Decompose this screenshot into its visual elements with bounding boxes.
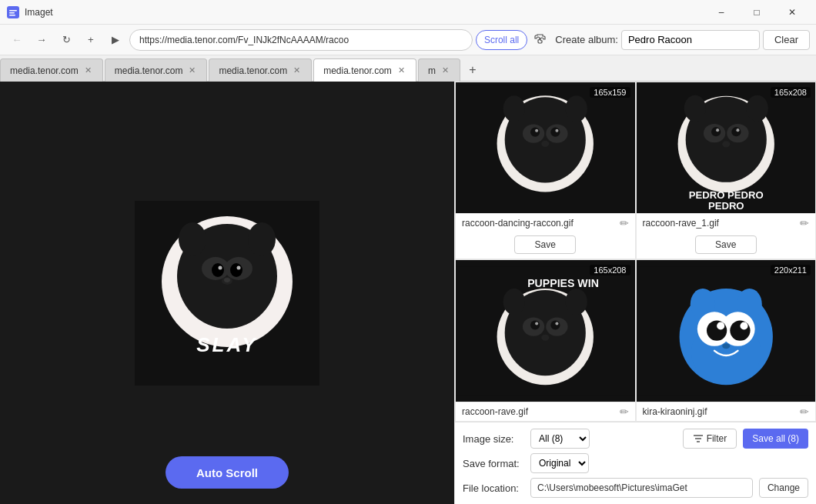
image-name-2: raccoon-rave.gif <box>462 406 617 417</box>
svg-point-50 <box>550 320 560 329</box>
tab-1[interactable]: media.tenor.com ✕ <box>105 58 208 82</box>
svg-point-26 <box>555 129 558 132</box>
album-input[interactable] <box>621 30 760 50</box>
save-all-button[interactable]: Save all (8) <box>743 429 808 449</box>
svg-text:PUPPIES WIN: PUPPIES WIN <box>527 277 599 289</box>
svg-point-64 <box>706 320 726 340</box>
new-tab-button[interactable]: + <box>80 29 102 51</box>
edit-icon-2[interactable]: ✏ <box>620 406 629 418</box>
image-dimensions-3: 220x211 <box>771 265 811 275</box>
svg-point-28 <box>503 95 525 122</box>
tab-close-1[interactable]: ✕ <box>187 65 197 75</box>
change-button[interactable]: Change <box>759 478 808 498</box>
minimize-button[interactable]: – <box>704 0 739 25</box>
save-row-1: Save <box>637 232 816 259</box>
main-area: SLAY Auto Scroll 165x159 <box>0 82 816 504</box>
add-tab-button[interactable]: + <box>462 59 483 81</box>
image-size-row: Image size: All (8)SmallMediumLarge Filt… <box>463 429 808 449</box>
save-format-label: Save format: <box>463 458 524 469</box>
address-bar[interactable] <box>129 29 473 51</box>
svg-point-68 <box>722 343 730 349</box>
edit-icon-3[interactable]: ✏ <box>800 406 809 418</box>
svg-text:PEDRO: PEDRO <box>707 200 744 212</box>
svg-point-35 <box>711 127 721 136</box>
image-preview-1: 165x208 PEDRO PEDRO <box>637 82 816 213</box>
image-info-3: kira-kiraoninj.gif ✏ <box>637 402 816 421</box>
clear-button[interactable]: Clear <box>763 30 810 50</box>
save-format-row: Save format: OriginalGIFMP4WebP <box>463 453 808 473</box>
app-title: Imaget <box>25 7 704 18</box>
file-location-input[interactable] <box>530 478 753 498</box>
images-grid: 165x159 <box>455 82 816 422</box>
auto-scroll-button[interactable]: Auto Scroll <box>166 456 289 489</box>
image-info-1: raccoon-rave_1.gif ✏ <box>637 213 816 232</box>
svg-point-29 <box>566 95 587 122</box>
close-button[interactable]: ✕ <box>774 0 810 25</box>
save-button-0[interactable]: Save <box>514 235 576 254</box>
svg-text:SLAY: SLAY <box>196 333 257 356</box>
image-cell-0: 165x159 <box>455 82 636 259</box>
tab-close-2[interactable]: ✕ <box>292 65 302 75</box>
app-icon <box>6 5 20 19</box>
svg-point-15 <box>179 222 206 256</box>
address-toggle[interactable]: ▶ <box>105 29 126 51</box>
tab-0[interactable]: media.tenor.com ✕ <box>0 58 103 82</box>
image-dimensions-0: 165x159 <box>590 87 630 98</box>
svg-rect-3 <box>9 15 15 16</box>
svg-point-36 <box>731 127 741 136</box>
image-size-select[interactable]: All (8)SmallMediumLarge <box>530 429 590 449</box>
image-cell-3: 220x211 <box>636 259 817 422</box>
image-cell-1: 165x208 PEDRO PEDRO <box>636 82 817 259</box>
image-info-0: raccoon-dancing-raccon.gif ✏ <box>456 213 635 232</box>
image-cell-2: 165x208 PUPPIES WIN <box>455 259 636 422</box>
svg-point-12 <box>237 265 241 269</box>
scroll-all-button[interactable]: Scroll all <box>476 30 527 50</box>
tabs-bar: media.tenor.com ✕ media.tenor.com ✕ medi… <box>0 55 816 82</box>
image-preview-3: 220x211 <box>637 260 816 402</box>
forward-button[interactable]: → <box>31 29 52 51</box>
svg-point-49 <box>530 320 540 329</box>
back-button[interactable]: ← <box>6 29 28 51</box>
file-location-label: File location: <box>463 482 524 494</box>
svg-point-39 <box>722 141 730 147</box>
tab-2[interactable]: media.tenor.com ✕ <box>209 58 312 82</box>
svg-rect-1 <box>9 10 17 12</box>
tab-4[interactable]: m ✕ <box>418 58 460 82</box>
save-format-select[interactable]: OriginalGIFMP4WebP <box>530 453 589 473</box>
image-svg-3 <box>637 260 816 402</box>
svg-point-65 <box>730 320 750 340</box>
image-preview-0: 165x159 <box>456 82 635 213</box>
filter-label: Filter <box>707 433 727 444</box>
file-location-row: File location: Change <box>463 478 808 498</box>
tab-label-4: m <box>428 65 436 76</box>
svg-point-55 <box>566 289 587 315</box>
tab-3[interactable]: media.tenor.com ✕ <box>313 58 416 82</box>
svg-rect-2 <box>9 12 15 14</box>
svg-point-40 <box>684 95 705 122</box>
svg-point-25 <box>535 129 538 132</box>
image-size-label: Image size: <box>463 433 524 445</box>
svg-point-51 <box>535 322 538 325</box>
bottom-controls: Image size: All (8)SmallMediumLarge Filt… <box>455 422 816 504</box>
tab-close-4[interactable]: ✕ <box>440 65 450 75</box>
tab-close-0[interactable]: ✕ <box>83 65 93 75</box>
edit-icon-0[interactable]: ✏ <box>620 217 629 229</box>
filter-button[interactable]: Filter <box>683 429 737 449</box>
extension-button[interactable] <box>530 29 552 51</box>
right-panel: 165x159 <box>454 82 816 504</box>
image-dimensions-2: 165x208 <box>590 265 630 275</box>
filter-icon <box>693 433 704 444</box>
image-svg-2: PUPPIES WIN <box>456 260 635 402</box>
tab-close-3[interactable]: ✕ <box>396 65 406 75</box>
svg-point-41 <box>746 95 768 122</box>
tab-label-0: media.tenor.com <box>10 65 79 76</box>
edit-icon-1[interactable]: ✏ <box>800 217 809 229</box>
save-button-1[interactable]: Save <box>695 235 757 254</box>
refresh-button[interactable]: ↻ <box>55 29 77 51</box>
main-gif-display: SLAY <box>135 201 319 386</box>
image-dimensions-1: 165x208 <box>771 87 811 98</box>
maximize-button[interactable]: □ <box>739 0 774 25</box>
image-name-1: raccoon-rave_1.gif <box>643 218 798 229</box>
tab-label-2: media.tenor.com <box>219 65 287 76</box>
titlebar: Imaget – □ ✕ <box>0 0 816 25</box>
